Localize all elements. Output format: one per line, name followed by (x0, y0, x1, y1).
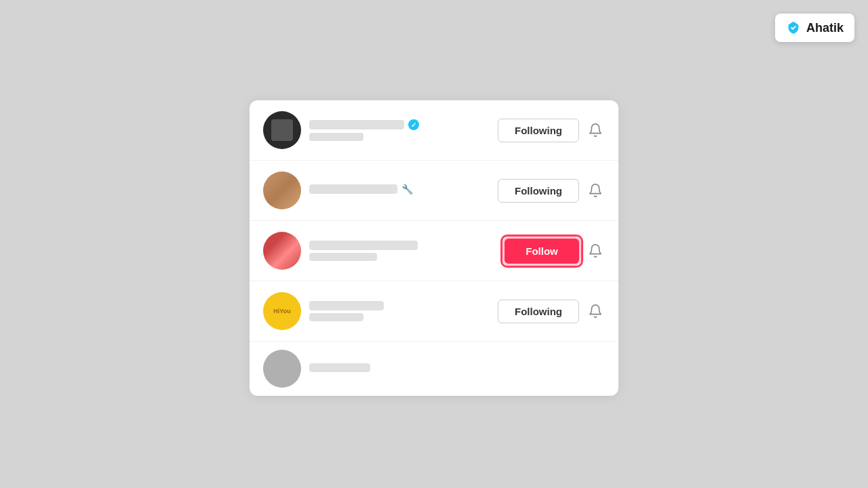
partial-name-blur (309, 363, 370, 372)
user-row: Following (250, 100, 618, 161)
user-name-row (309, 119, 490, 130)
avatar (263, 111, 301, 149)
action-area: Following (498, 179, 605, 203)
following-button-1[interactable]: Following (498, 119, 579, 142)
partial-user-row (250, 342, 618, 396)
following-button-4[interactable]: Following (498, 300, 579, 323)
ahatik-logo: Ahatik (775, 14, 854, 42)
avatar-text: HiYou (273, 308, 290, 315)
username-blur (309, 241, 418, 250)
avatar-image (263, 171, 301, 209)
user-info: 🔧 (309, 184, 490, 197)
following-list-card: Following 🔧 Following (250, 100, 618, 396)
follow-button-wrapper: Follow (505, 239, 579, 264)
username-blur (309, 184, 397, 194)
action-area: Following (498, 119, 605, 142)
action-area: Follow (505, 239, 605, 264)
handle-blur (309, 133, 363, 141)
user-info (309, 301, 490, 321)
ahatik-logo-text: Ahatik (806, 21, 844, 35)
avatar (263, 232, 301, 270)
avatar-image (263, 111, 301, 149)
avatar-image (263, 232, 301, 270)
avatar (263, 171, 301, 209)
username-blur (309, 301, 384, 310)
user-row: HiYou Following (250, 281, 618, 342)
user-name-row (309, 241, 496, 250)
bell-icon-3[interactable] (586, 241, 605, 260)
user-info (309, 119, 490, 141)
verified-badge (408, 119, 419, 130)
user-name-row: 🔧 (309, 184, 490, 195)
action-area: Following (498, 300, 605, 323)
bell-icon-1[interactable] (586, 121, 605, 140)
ahatik-logo-icon (786, 20, 801, 35)
user-info (309, 241, 496, 261)
bell-icon-2[interactable] (586, 181, 605, 200)
user-row: Follow (250, 221, 618, 281)
partial-avatar (263, 350, 301, 388)
emoji-badge: 🔧 (401, 184, 413, 195)
avatar-image: HiYou (263, 292, 301, 330)
user-row: 🔧 Following (250, 161, 618, 221)
bell-icon-4[interactable] (586, 302, 605, 321)
following-button-2[interactable]: Following (498, 179, 579, 203)
handle-blur (309, 253, 377, 261)
user-name-row (309, 301, 490, 310)
avatar: HiYou (263, 292, 301, 330)
partial-user-info (309, 363, 605, 375)
handle-blur (309, 313, 363, 321)
avatar-inner (271, 119, 293, 141)
username-blur (309, 120, 404, 129)
follow-button-3[interactable]: Follow (505, 239, 579, 264)
